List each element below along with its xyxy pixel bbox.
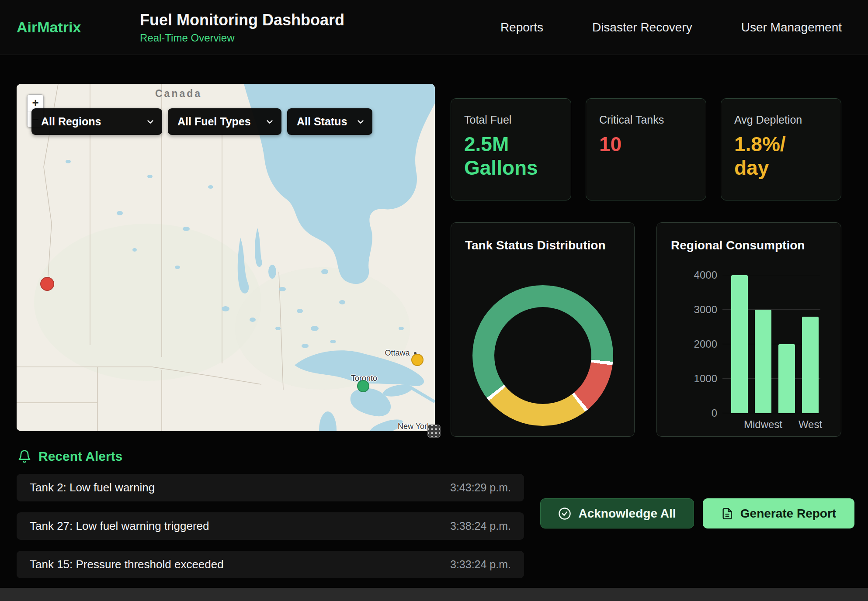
region-filter-value: All Regions xyxy=(41,115,101,128)
y-axis-tick-label: 0 xyxy=(712,407,717,419)
brand-logo[interactable]: AirMatrix xyxy=(17,19,140,36)
stat-label: Avg Depletion xyxy=(734,114,828,126)
consumption-bar xyxy=(802,317,819,413)
alert-row[interactable]: Tank 27: Low fuel warning triggered 3:38… xyxy=(17,512,524,540)
bar-chart-y-axis: 01000200030004000 xyxy=(683,275,722,413)
header: AirMatrix Fuel Monitoring Dashboard Real… xyxy=(0,0,868,55)
recent-alerts-heading: Recent Alerts xyxy=(17,449,122,464)
alert-message: Tank 15: Pressure threshold exceeded xyxy=(30,558,224,571)
map-filters: All Regions All Fuel Types All Status xyxy=(31,108,372,135)
consumption-bar xyxy=(755,310,771,413)
alert-timestamp: 3:33:24 p.m. xyxy=(450,558,511,571)
bar-chart-plot xyxy=(722,275,820,413)
check-circle-icon xyxy=(558,507,571,520)
stat-card-avg-depletion: Avg Depletion 1.8%/ day xyxy=(721,98,841,200)
map-resize-handle[interactable] xyxy=(427,425,441,438)
status-filter-value: All Status xyxy=(297,115,347,128)
fuel-type-filter-dropdown[interactable]: All Fuel Types xyxy=(168,108,281,135)
map-canvas: Canada Ottawa Toronto New York xyxy=(17,84,435,431)
map-label-country: Canada xyxy=(155,88,202,99)
map-label-new-york: New York xyxy=(398,422,431,431)
consumption-bar xyxy=(778,344,795,413)
tank-status-donut-hole xyxy=(494,307,591,404)
regional-consumption-title: Regional Consumption xyxy=(671,238,805,252)
alert-message: Tank 27: Low fuel warning triggered xyxy=(30,519,209,533)
y-axis-tick-label: 1000 xyxy=(694,373,717,385)
chevron-down-icon xyxy=(265,117,274,127)
stat-cards: Total Fuel 2.5M Gallons Critical Tanks 1… xyxy=(451,98,841,200)
map-label-ottawa: Ottawa xyxy=(385,349,410,357)
stat-value: 2.5M Gallons xyxy=(464,132,558,180)
alert-row[interactable]: Tank 15: Pressure threshold exceeded 3:3… xyxy=(17,551,524,578)
bell-icon xyxy=(17,449,31,463)
stat-card-total-fuel: Total Fuel 2.5M Gallons xyxy=(451,98,571,200)
regional-consumption-card: Regional Consumption 01000200030004000 M… xyxy=(656,222,841,437)
stat-value: 10 xyxy=(599,132,693,156)
alert-message: Tank 2: Low fuel warning xyxy=(30,481,155,494)
generate-report-button[interactable]: Generate Report xyxy=(703,498,854,528)
page-subtitle: Real-Time Overview xyxy=(140,32,344,44)
y-axis-tick-label: 2000 xyxy=(694,338,717,350)
stat-label: Critical Tanks xyxy=(599,114,693,126)
chevron-down-icon xyxy=(146,117,155,127)
y-axis-tick-label: 3000 xyxy=(694,304,717,316)
map-marker-warning[interactable] xyxy=(412,354,423,366)
alert-row[interactable]: Tank 2: Low fuel warning 3:43:29 p.m. xyxy=(17,474,524,501)
stat-label: Total Fuel xyxy=(464,114,558,126)
recent-alerts-title: Recent Alerts xyxy=(38,449,122,464)
consumption-bar xyxy=(731,275,748,413)
alert-timestamp: 3:38:24 p.m. xyxy=(450,520,511,532)
acknowledge-all-label: Acknowledge All xyxy=(578,507,676,521)
bar-chart-x-axis: MidwestWest xyxy=(722,418,820,431)
main-nav: Reports Disaster Recovery User Managemen… xyxy=(500,21,842,35)
fuel-type-filter-value: All Fuel Types xyxy=(177,115,251,128)
page-title-block: Fuel Monitoring Dashboard Real-Time Over… xyxy=(140,11,344,44)
map-marker-critical[interactable] xyxy=(41,277,54,290)
stat-card-critical-tanks: Critical Tanks 10 xyxy=(586,98,706,200)
page-title: Fuel Monitoring Dashboard xyxy=(140,11,344,29)
bottom-bar xyxy=(0,588,868,601)
chart-cards: Tank Status Distribution Regional Consum… xyxy=(451,222,841,437)
tank-status-title: Tank Status Distribution xyxy=(465,238,606,252)
tank-status-card: Tank Status Distribution xyxy=(451,222,635,437)
chevron-down-icon xyxy=(356,117,365,127)
map[interactable]: Canada Ottawa Toronto New York + − All R… xyxy=(17,84,435,431)
region-filter-dropdown[interactable]: All Regions xyxy=(31,108,162,135)
x-axis-label xyxy=(778,418,795,431)
status-filter-dropdown[interactable]: All Status xyxy=(287,108,372,135)
map-terrain-tint xyxy=(34,224,261,381)
x-axis-label: Midwest xyxy=(755,418,771,431)
regional-consumption-chart: 01000200030004000 MidwestWest xyxy=(683,275,820,431)
nav-reports[interactable]: Reports xyxy=(500,21,543,35)
fuel-monitoring-dashboard: AirMatrix Fuel Monitoring Dashboard Real… xyxy=(0,0,868,601)
generate-report-label: Generate Report xyxy=(740,507,836,521)
nav-user-management[interactable]: User Management xyxy=(741,21,842,35)
document-icon xyxy=(721,508,733,520)
tank-status-donut-ring xyxy=(472,285,613,426)
acknowledge-all-button[interactable]: Acknowledge All xyxy=(540,498,694,528)
nav-disaster-recovery[interactable]: Disaster Recovery xyxy=(592,21,692,35)
stat-value: 1.8%/ day xyxy=(734,132,828,180)
x-axis-label: West xyxy=(802,418,819,431)
bar-chart-plot-column: MidwestWest xyxy=(722,275,820,431)
alert-timestamp: 3:43:29 p.m. xyxy=(450,481,511,494)
map-marker-normal[interactable] xyxy=(358,380,369,392)
y-axis-tick-label: 4000 xyxy=(694,269,717,281)
